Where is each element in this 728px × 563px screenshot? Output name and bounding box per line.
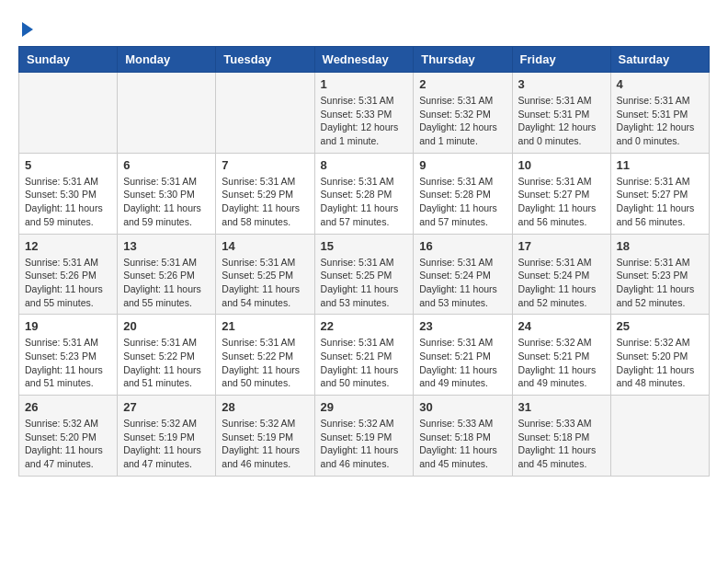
day-number: 16: [419, 239, 506, 253]
calendar-cell: [19, 73, 118, 154]
day-info: Sunrise: 5:31 AMSunset: 5:30 PMDaylight:…: [25, 175, 111, 229]
calendar-cell: 28Sunrise: 5:32 AMSunset: 5:19 PMDayligh…: [216, 396, 314, 477]
day-number: 23: [419, 319, 506, 333]
calendar-body: 1Sunrise: 5:31 AMSunset: 5:33 PMDaylight…: [19, 73, 710, 477]
day-number: 19: [25, 319, 111, 333]
calendar-cell: 25Sunrise: 5:32 AMSunset: 5:20 PMDayligh…: [610, 315, 709, 396]
day-info: Sunrise: 5:31 AMSunset: 5:31 PMDaylight:…: [518, 94, 605, 148]
calendar-cell: 18Sunrise: 5:31 AMSunset: 5:23 PMDayligh…: [610, 234, 709, 315]
calendar-cell: 3Sunrise: 5:31 AMSunset: 5:31 PMDaylight…: [512, 73, 610, 154]
day-number: 9: [419, 158, 506, 172]
calendar-cell: 7Sunrise: 5:31 AMSunset: 5:29 PMDaylight…: [216, 153, 314, 234]
day-number: 17: [518, 239, 605, 253]
day-number: 24: [518, 319, 605, 333]
day-info: Sunrise: 5:32 AMSunset: 5:21 PMDaylight:…: [518, 336, 605, 390]
calendar-cell: [610, 396, 709, 477]
day-number: 6: [123, 158, 210, 172]
day-number: 1: [321, 77, 408, 91]
calendar-cell: 29Sunrise: 5:32 AMSunset: 5:19 PMDayligh…: [314, 396, 414, 477]
day-info: Sunrise: 5:31 AMSunset: 5:29 PMDaylight:…: [222, 175, 308, 229]
day-info: Sunrise: 5:32 AMSunset: 5:20 PMDaylight:…: [25, 417, 111, 471]
weekday-header-sunday: Sunday: [19, 47, 118, 73]
day-info: Sunrise: 5:32 AMSunset: 5:20 PMDaylight:…: [617, 336, 703, 390]
day-number: 4: [617, 77, 703, 91]
weekday-header-tuesday: Tuesday: [216, 47, 314, 73]
day-info: Sunrise: 5:31 AMSunset: 5:32 PMDaylight:…: [419, 94, 506, 148]
day-number: 11: [617, 158, 703, 172]
day-info: Sunrise: 5:31 AMSunset: 5:25 PMDaylight:…: [222, 256, 308, 310]
day-number: 31: [518, 400, 605, 414]
calendar-cell: [216, 73, 314, 154]
calendar-cell: 9Sunrise: 5:31 AMSunset: 5:28 PMDaylight…: [414, 153, 512, 234]
weekday-header-wednesday: Wednesday: [314, 47, 414, 73]
calendar-header: SundayMondayTuesdayWednesdayThursdayFrid…: [19, 47, 710, 73]
calendar-cell: 13Sunrise: 5:31 AMSunset: 5:26 PMDayligh…: [118, 234, 216, 315]
day-number: 5: [25, 158, 111, 172]
calendar-cell: 16Sunrise: 5:31 AMSunset: 5:24 PMDayligh…: [414, 234, 512, 315]
day-number: 14: [222, 239, 308, 253]
day-info: Sunrise: 5:31 AMSunset: 5:23 PMDaylight:…: [25, 336, 111, 390]
day-info: Sunrise: 5:31 AMSunset: 5:33 PMDaylight:…: [321, 94, 408, 148]
calendar-cell: 12Sunrise: 5:31 AMSunset: 5:26 PMDayligh…: [19, 234, 118, 315]
day-info: Sunrise: 5:31 AMSunset: 5:21 PMDaylight:…: [419, 336, 506, 390]
week-row-4: 19Sunrise: 5:31 AMSunset: 5:23 PMDayligh…: [19, 315, 710, 396]
day-info: Sunrise: 5:31 AMSunset: 5:21 PMDaylight:…: [321, 336, 408, 390]
calendar-cell: 17Sunrise: 5:31 AMSunset: 5:24 PMDayligh…: [512, 234, 610, 315]
logo: [18, 18, 33, 37]
day-number: 10: [518, 158, 605, 172]
calendar-cell: 31Sunrise: 5:33 AMSunset: 5:18 PMDayligh…: [512, 396, 610, 477]
week-row-2: 5Sunrise: 5:31 AMSunset: 5:30 PMDaylight…: [19, 153, 710, 234]
logo-arrow-icon: [22, 22, 33, 37]
day-number: 8: [321, 158, 408, 172]
weekday-header-friday: Friday: [512, 47, 610, 73]
week-row-3: 12Sunrise: 5:31 AMSunset: 5:26 PMDayligh…: [19, 234, 710, 315]
day-info: Sunrise: 5:31 AMSunset: 5:27 PMDaylight:…: [518, 175, 605, 229]
day-number: 15: [321, 239, 408, 253]
day-info: Sunrise: 5:31 AMSunset: 5:28 PMDaylight:…: [321, 175, 408, 229]
day-number: 2: [419, 77, 506, 91]
day-number: 7: [222, 158, 308, 172]
day-number: 27: [123, 400, 210, 414]
calendar-cell: 23Sunrise: 5:31 AMSunset: 5:21 PMDayligh…: [414, 315, 512, 396]
day-number: 13: [123, 239, 210, 253]
calendar-cell: 27Sunrise: 5:32 AMSunset: 5:19 PMDayligh…: [118, 396, 216, 477]
day-number: 28: [222, 400, 308, 414]
day-info: Sunrise: 5:31 AMSunset: 5:23 PMDaylight:…: [617, 256, 703, 310]
day-info: Sunrise: 5:32 AMSunset: 5:19 PMDaylight:…: [123, 417, 210, 471]
weekday-header-monday: Monday: [118, 47, 216, 73]
day-number: 3: [518, 77, 605, 91]
day-number: 20: [123, 319, 210, 333]
calendar-cell: 5Sunrise: 5:31 AMSunset: 5:30 PMDaylight…: [19, 153, 118, 234]
day-number: 25: [617, 319, 703, 333]
calendar-cell: 6Sunrise: 5:31 AMSunset: 5:30 PMDaylight…: [118, 153, 216, 234]
calendar-cell: 15Sunrise: 5:31 AMSunset: 5:25 PMDayligh…: [314, 234, 414, 315]
day-number: 21: [222, 319, 308, 333]
calendar-cell: 14Sunrise: 5:31 AMSunset: 5:25 PMDayligh…: [216, 234, 314, 315]
calendar-cell: 2Sunrise: 5:31 AMSunset: 5:32 PMDaylight…: [414, 73, 512, 154]
day-number: 29: [321, 400, 408, 414]
calendar-cell: 8Sunrise: 5:31 AMSunset: 5:28 PMDaylight…: [314, 153, 414, 234]
calendar-cell: 11Sunrise: 5:31 AMSunset: 5:27 PMDayligh…: [610, 153, 709, 234]
calendar-cell: 4Sunrise: 5:31 AMSunset: 5:31 PMDaylight…: [610, 73, 709, 154]
calendar-cell: 1Sunrise: 5:31 AMSunset: 5:33 PMDaylight…: [314, 73, 414, 154]
day-info: Sunrise: 5:31 AMSunset: 5:26 PMDaylight:…: [123, 256, 210, 310]
calendar-table: SundayMondayTuesdayWednesdayThursdayFrid…: [18, 46, 710, 477]
calendar-cell: 19Sunrise: 5:31 AMSunset: 5:23 PMDayligh…: [19, 315, 118, 396]
calendar-cell: 21Sunrise: 5:31 AMSunset: 5:22 PMDayligh…: [216, 315, 314, 396]
calendar-cell: 26Sunrise: 5:32 AMSunset: 5:20 PMDayligh…: [19, 396, 118, 477]
day-number: 26: [25, 400, 111, 414]
day-info: Sunrise: 5:31 AMSunset: 5:26 PMDaylight:…: [25, 256, 111, 310]
calendar-cell: 20Sunrise: 5:31 AMSunset: 5:22 PMDayligh…: [118, 315, 216, 396]
calendar-cell: 30Sunrise: 5:33 AMSunset: 5:18 PMDayligh…: [414, 396, 512, 477]
calendar-cell: 10Sunrise: 5:31 AMSunset: 5:27 PMDayligh…: [512, 153, 610, 234]
day-info: Sunrise: 5:31 AMSunset: 5:24 PMDaylight:…: [419, 256, 506, 310]
day-info: Sunrise: 5:31 AMSunset: 5:27 PMDaylight:…: [617, 175, 703, 229]
weekday-row: SundayMondayTuesdayWednesdayThursdayFrid…: [19, 47, 710, 73]
day-info: Sunrise: 5:32 AMSunset: 5:19 PMDaylight:…: [222, 417, 308, 471]
weekday-header-thursday: Thursday: [414, 47, 512, 73]
day-info: Sunrise: 5:31 AMSunset: 5:28 PMDaylight:…: [419, 175, 506, 229]
day-info: Sunrise: 5:31 AMSunset: 5:31 PMDaylight:…: [617, 94, 703, 148]
week-row-1: 1Sunrise: 5:31 AMSunset: 5:33 PMDaylight…: [19, 73, 710, 154]
week-row-5: 26Sunrise: 5:32 AMSunset: 5:20 PMDayligh…: [19, 396, 710, 477]
day-info: Sunrise: 5:31 AMSunset: 5:22 PMDaylight:…: [123, 336, 210, 390]
